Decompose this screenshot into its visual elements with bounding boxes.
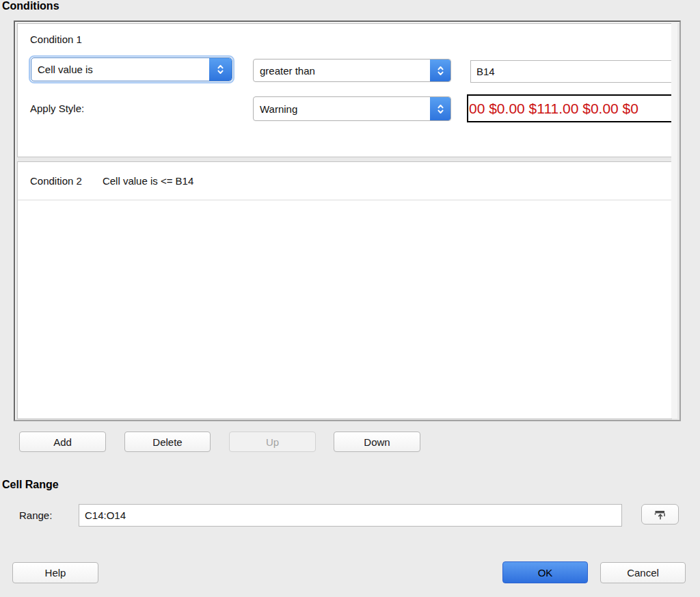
apply-style-label: Apply Style: (30, 103, 84, 114)
style-preview-box: 00 $0.00 $111.00 $0.00 $0 (467, 94, 674, 122)
condition-value-input[interactable] (470, 60, 673, 83)
spin-arrows-icon (430, 97, 450, 120)
down-button[interactable]: Down (334, 432, 420, 452)
condition-1-panel: Condition 1 Cell value is greater than (17, 23, 672, 157)
ok-button[interactable]: OK (502, 561, 588, 583)
apply-style-value: Warning (254, 97, 430, 120)
cell-range-section-title: Cell Range (2, 479, 59, 491)
range-input[interactable] (79, 504, 622, 527)
condition-1-title: Condition 1 (30, 34, 82, 45)
conditional-formatting-dialog: Conditions Condition 1 Cell value is (0, 0, 700, 597)
style-preview-text: 00 $0.00 $111.00 $0.00 $0 (469, 101, 638, 117)
shrink-icon (654, 509, 667, 520)
condition-2-panel: Condition 2 Cell value is <= B14 (17, 161, 672, 419)
apply-style-combobox[interactable]: Warning (253, 96, 451, 121)
delete-button[interactable]: Delete (124, 432, 211, 452)
scrollbar-gutter (671, 23, 677, 419)
condition-2-summary: Cell value is <= B14 (103, 175, 193, 187)
shrink-button[interactable] (641, 504, 679, 525)
help-button[interactable]: Help (12, 562, 98, 583)
condition-type-combobox[interactable]: Cell value is (29, 55, 234, 83)
condition-2-title: Condition 2 (30, 175, 82, 187)
add-button[interactable]: Add (19, 432, 106, 452)
conditions-list: Condition 1 Cell value is greater than (14, 21, 681, 421)
spin-arrows-icon (430, 59, 450, 81)
condition-operator-value: greater than (254, 59, 430, 81)
conditions-section-title: Conditions (2, 0, 59, 12)
condition-2-row[interactable]: Condition 2 Cell value is <= B14 (18, 162, 671, 200)
range-label: Range: (19, 509, 52, 521)
condition-type-value: Cell value is (31, 58, 209, 81)
condition-operator-combobox[interactable]: greater than (253, 59, 451, 82)
up-button[interactable]: Up (229, 432, 316, 452)
cancel-button[interactable]: Cancel (600, 562, 686, 583)
spin-arrows-icon (209, 58, 232, 81)
